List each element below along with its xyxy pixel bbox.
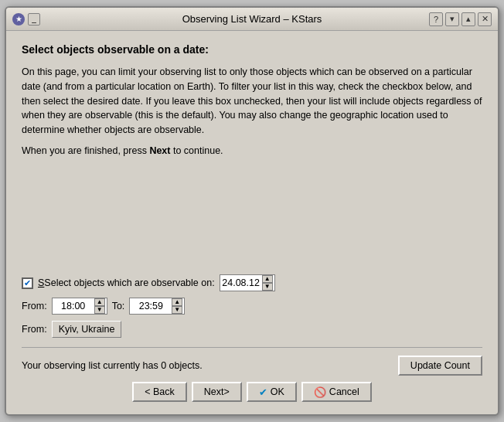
description-text: On this page, you can limit your observi…	[22, 65, 482, 138]
observable-checkbox-row: ✔ SSelect objects which are observable o…	[22, 274, 482, 291]
cancel-icon: 🚫	[314, 386, 326, 398]
close-button[interactable]: ✕	[478, 12, 492, 26]
titlebar-controls: ? ▾ ▴ ✕	[429, 12, 492, 26]
checkbox-label: SSelect objects which are observable on:	[38, 277, 215, 288]
minimize-button[interactable]: _	[28, 13, 40, 26]
to-time-down-arrow[interactable]: ▼	[172, 306, 182, 314]
status-text: Your observing list currently has 0 obje…	[22, 360, 203, 371]
location-row: From: Kyiv, Ukraine	[22, 321, 482, 338]
from-time-value: 18:00	[54, 301, 93, 311]
from-time-spinbox[interactable]: 18:00 ▲ ▼	[52, 298, 107, 315]
app-icon: ★	[12, 13, 25, 26]
date-spinbox[interactable]: 24.08.12 ▲ ▼	[220, 274, 275, 291]
location-from-label: From:	[22, 324, 47, 335]
bottom-section: Your observing list currently has 0 obje…	[22, 347, 482, 402]
help-button[interactable]: ?	[429, 12, 443, 26]
date-value: 24.08.12	[222, 277, 261, 288]
next-button[interactable]: Next>	[192, 382, 242, 402]
next-bold-label: Next	[149, 145, 170, 156]
date-up-arrow[interactable]: ▲	[262, 275, 273, 283]
update-count-button[interactable]: Update Count	[398, 356, 482, 376]
to-label: To:	[112, 301, 125, 311]
main-window: ★ _ Observing List Wizard – KStars ? ▾ ▴…	[5, 6, 499, 416]
to-time-up-arrow[interactable]: ▲	[172, 298, 182, 306]
ok-button[interactable]: ✔ OK	[247, 382, 297, 402]
back-button[interactable]: < Back	[132, 382, 187, 402]
ok-label: OK	[271, 386, 284, 397]
cancel-label: Cancel	[329, 386, 359, 397]
titlebar: ★ _ Observing List Wizard – KStars ? ▾ ▴…	[6, 8, 498, 31]
location-button[interactable]: Kyiv, Ukraine	[52, 321, 122, 338]
to-time-spinbox[interactable]: 23:59 ▲ ▼	[129, 298, 185, 315]
status-row: Your observing list currently has 0 obje…	[22, 356, 482, 376]
description-prefix: When you are finished, press	[22, 145, 149, 156]
shade-button[interactable]: ▾	[445, 12, 459, 26]
from-time-down-arrow[interactable]: ▼	[94, 306, 105, 314]
content-area: Select objects observable on a date: On …	[6, 31, 498, 414]
description-next-line: When you are finished, press Next to con…	[22, 144, 482, 158]
from-time-arrows: ▲ ▼	[94, 298, 105, 314]
from-label: From:	[22, 301, 47, 311]
form-section: ✔ SSelect objects which are observable o…	[22, 271, 482, 341]
cancel-button[interactable]: 🚫 Cancel	[301, 382, 372, 402]
from-time-up-arrow[interactable]: ▲	[94, 298, 105, 306]
window-title: Observing List Wizard – KStars	[182, 13, 322, 25]
page-heading: Select objects observable on a date:	[22, 43, 482, 56]
ok-icon: ✔	[259, 386, 267, 398]
to-time-value: 23:59	[131, 301, 170, 311]
spacer	[22, 165, 482, 266]
date-down-arrow[interactable]: ▼	[262, 283, 273, 291]
observable-checkbox[interactable]: ✔	[22, 277, 33, 289]
time-row: From: 18:00 ▲ ▼ To: 23:59 ▲ ▼	[22, 298, 482, 315]
titlebar-left: ★ _	[12, 13, 40, 26]
description-body: On this page, you can limit your observi…	[22, 66, 482, 135]
buttons-row: < Back Next> ✔ OK 🚫 Cancel	[22, 382, 482, 402]
maximize-button[interactable]: ▴	[461, 12, 475, 26]
description-suffix: to continue.	[170, 145, 223, 156]
checkbox-label-text: Select objects which are observable on:	[44, 277, 214, 288]
date-spinbox-arrows: ▲ ▼	[262, 275, 273, 291]
to-time-arrows: ▲ ▼	[172, 298, 182, 314]
